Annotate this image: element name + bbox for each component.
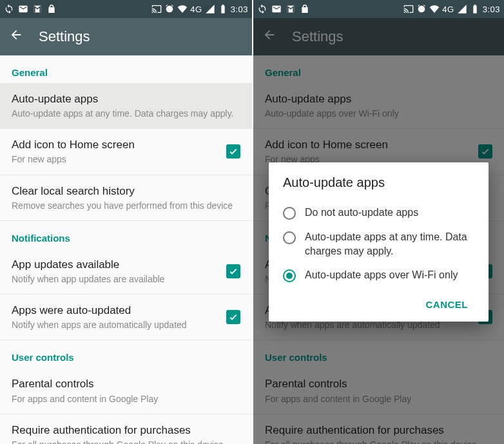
- dialog-auto-update: Auto-update apps Do not auto-update apps…: [269, 162, 489, 322]
- radio-option-1[interactable]: Auto-update apps at any time. Data charg…: [283, 225, 474, 263]
- signal-icon: [205, 4, 215, 14]
- row-add-icon[interactable]: Add icon to Home screen For new apps: [0, 129, 252, 175]
- alarm-icon: [164, 4, 175, 14]
- row-updates-available[interactable]: App updates available Notify when app up…: [0, 249, 252, 294]
- checkbox-updates-available[interactable]: [226, 264, 240, 278]
- sync-icon: [4, 4, 14, 14]
- row-sub: Notify when apps are automatically updat…: [12, 319, 218, 331]
- row-sub: For apps and content in Google Play: [12, 393, 240, 405]
- mail-icon: [18, 4, 28, 14]
- radio-icon: [283, 207, 296, 220]
- network-label: 4G: [190, 5, 202, 14]
- row-auto-updated[interactable]: Apps were auto-updated Notify when apps …: [0, 294, 252, 340]
- row-title: App updates available: [12, 258, 218, 272]
- dialog-title: Auto-update apps: [283, 175, 474, 190]
- radio-icon: [283, 231, 296, 244]
- gmail-icon: [286, 4, 296, 14]
- row-title: Clear local search history: [12, 184, 240, 198]
- row-title: Auto-update apps: [12, 92, 240, 106]
- clock-text: 3:03: [231, 5, 248, 14]
- phone-right: 4G 3:03 Settings General Auto-update app…: [252, 0, 504, 444]
- row-parental[interactable]: Parental controls For apps and content i…: [0, 368, 252, 414]
- phone-left: 4G 3:03 Settings General Auto-update app…: [0, 0, 252, 444]
- row-auto-update[interactable]: Auto-update apps Auto-update apps at any…: [0, 83, 252, 129]
- settings-list: General Auto-update apps Auto-update app…: [0, 55, 252, 444]
- section-notifications: Notifications: [0, 221, 252, 249]
- network-label: 4G: [442, 5, 454, 14]
- lock-icon: [300, 4, 310, 14]
- mail-icon: [271, 4, 282, 14]
- radio-icon: [283, 269, 296, 282]
- row-sub: Auto-update apps at any time. Data charg…: [12, 108, 240, 119]
- radio-label: Auto-update apps at any time. Data charg…: [305, 230, 474, 258]
- battery-icon: [470, 4, 480, 14]
- status-bar: 4G 3:03: [0, 0, 252, 18]
- row-sub: For new apps: [12, 153, 218, 165]
- radio-option-0[interactable]: Do not auto-update apps: [283, 200, 474, 225]
- radio-option-2[interactable]: Auto-update apps over Wi-Fi only: [283, 263, 474, 287]
- section-user-controls: User controls: [0, 340, 252, 368]
- checkbox-add-icon[interactable]: [226, 144, 240, 159]
- clock-text: 3:03: [483, 5, 500, 14]
- radio-label: Do not auto-update apps: [305, 206, 418, 220]
- row-sub: Remove searches you have performed from …: [12, 200, 240, 211]
- sync-icon: [257, 4, 267, 14]
- cast-icon: [151, 4, 162, 14]
- alarm-icon: [416, 4, 427, 14]
- row-sub: Notify when app updates are available: [12, 273, 218, 285]
- row-sub: For all purchases through Google Play on…: [12, 439, 240, 444]
- battery-icon: [218, 4, 228, 14]
- cancel-button[interactable]: CANCEL: [420, 294, 475, 315]
- row-title: Parental controls: [12, 377, 240, 391]
- wifi-icon: [429, 4, 440, 14]
- lock-icon: [46, 4, 57, 14]
- signal-icon: [457, 4, 467, 14]
- row-clear-history[interactable]: Clear local search history Remove search…: [0, 175, 252, 221]
- row-title: Require authentication for purchases: [12, 423, 240, 438]
- status-bar: 4G 3:03: [253, 0, 504, 18]
- row-require-auth[interactable]: Require authentication for purchases For…: [0, 414, 252, 444]
- wifi-icon: [177, 4, 188, 14]
- cast-icon: [403, 4, 414, 14]
- row-title: Add icon to Home screen: [12, 138, 218, 152]
- radio-label: Auto-update apps over Wi-Fi only: [305, 268, 458, 282]
- section-general: General: [0, 55, 252, 83]
- checkbox-auto-updated[interactable]: [226, 310, 240, 324]
- page-title: Settings: [39, 28, 90, 45]
- back-icon[interactable]: [9, 28, 23, 46]
- row-title: Apps were auto-updated: [12, 304, 218, 318]
- action-bar: Settings: [0, 18, 252, 55]
- gmail-icon: [32, 4, 43, 14]
